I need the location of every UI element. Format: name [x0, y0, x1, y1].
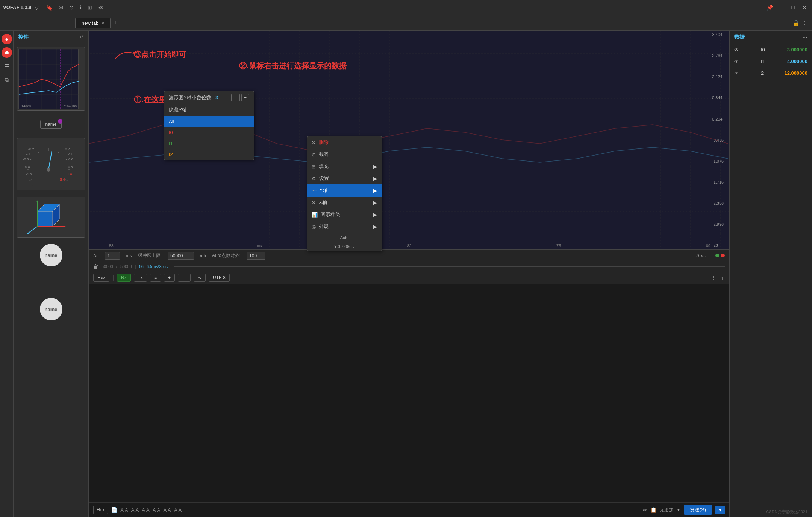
x-val-4: -69 — [704, 243, 710, 248]
svg-text:-0.6: -0.6 — [23, 157, 29, 161]
svg-rect-0 — [19, 49, 79, 109]
copy-icon[interactable]: ⧉ — [2, 74, 12, 85]
hex-toggle[interactable]: Hex — [93, 274, 109, 282]
svg-line-9 — [65, 159, 67, 160]
send-dropdown[interactable]: ▼ — [715, 506, 725, 514]
sidebar-refresh-button[interactable]: ↺ — [80, 35, 84, 40]
sub-i0[interactable]: I0 — [164, 127, 254, 138]
tab-close-icon[interactable]: × — [102, 21, 104, 25]
ctx-fill[interactable]: ⊞ 填充 ▶ — [307, 160, 382, 172]
circle-name-section: name name — [17, 244, 85, 320]
menu-icon[interactable]: ≪ — [98, 5, 104, 11]
y-val-2: 2.764 — [712, 53, 728, 58]
title-bar: VOFA+ 1.3.9 ▽ 🔖 ✉ ⊙ ℹ ⊞ ≪ 📌 ─ □ ✕ — [0, 0, 812, 15]
gauge-svg: -1.0 1.0 -0.8 0.8 -0.6 0.6 -0.4 0.4 -0.2… — [18, 140, 79, 189]
ctx-chart-type[interactable]: 📊 图形种类 ▶ — [307, 209, 382, 221]
bottom-text-input[interactable] — [120, 507, 640, 513]
maximize-button[interactable]: □ — [789, 4, 797, 11]
y-val-8: -1.716 — [712, 180, 728, 184]
term-more-button[interactable]: ⋮ — [709, 274, 717, 282]
record-button[interactable]: ● — [2, 34, 12, 44]
minimize-button[interactable]: ─ — [778, 4, 786, 11]
tx-button[interactable]: Tx — [134, 274, 147, 282]
ctx-xaxis-arrow: ▶ — [373, 200, 377, 206]
ctx-fill-label-wrap: ⊞ 填充 — [312, 163, 329, 170]
ctx-yaxis[interactable]: 〰 Y轴 ▶ — [307, 184, 382, 197]
bottom-file-icon[interactable]: 📄 — [111, 507, 117, 513]
ctx-delete[interactable]: ✕ 删除 — [307, 136, 382, 148]
sub-i1[interactable]: I1 — [164, 138, 254, 149]
align-button[interactable]: ≡ — [150, 274, 161, 282]
bottom-right-btns: ✏ 📋 无追加 ▼ 发送(S) ▼ — [643, 505, 725, 515]
ctx-yaxis-text: Y轴 — [320, 187, 328, 194]
circle-name-1[interactable]: name — [40, 244, 62, 266]
pin-button[interactable]: 📌 — [764, 4, 775, 11]
ctx-xaxis[interactable]: ✕ X轴 ▶ — [307, 197, 382, 209]
ctx-appearance[interactable]: ◎ 外观 ▶ — [307, 221, 382, 233]
ctx-yaxis-arrow: ▶ — [373, 188, 377, 193]
bottom-erase-icon[interactable]: ✏ — [643, 507, 647, 513]
hide-y-item[interactable]: 隐藏Y轴 — [164, 104, 254, 116]
prog-val1: 50000 — [102, 264, 113, 269]
ctx-chart-type-icon: 📊 — [312, 212, 318, 218]
bottom-hex-btn[interactable]: Hex — [93, 506, 108, 514]
eye-i2[interactable]: 👁 — [734, 71, 739, 76]
svg-text:0.4: 0.4 — [68, 152, 73, 156]
right-more-button[interactable]: ··· — [803, 34, 807, 41]
tab-more-icon[interactable]: ⋮ — [802, 20, 807, 26]
encoding-button[interactable]: UTF-8 — [209, 274, 230, 282]
bookmark-icon[interactable]: 🔖 — [46, 5, 53, 11]
decimal-label: 波形图Y轴小数位数: 3 — [169, 94, 218, 101]
sub-all[interactable]: All — [164, 116, 254, 127]
grid-icon[interactable]: ⊞ — [88, 5, 92, 11]
term-send-icon[interactable]: ↑ — [720, 274, 725, 282]
progress-fill — [174, 266, 725, 267]
close-button[interactable]: ✕ — [800, 4, 809, 11]
mail-icon[interactable]: ✉ — [59, 5, 63, 11]
ctx-yaxis-icon: 〰 — [312, 188, 317, 193]
lock-icon[interactable]: 🔒 — [793, 20, 799, 26]
svg-text:-0.2: -0.2 — [28, 147, 34, 151]
tab-add-button[interactable]: + — [111, 18, 120, 28]
minus-button[interactable]: — — [178, 274, 191, 282]
wave-button[interactable]: ∿ — [194, 274, 206, 282]
gauge-widget: -1.0 1.0 -0.8 0.8 -0.6 0.6 -0.4 0.4 -0.2… — [17, 138, 85, 190]
waveform-area[interactable]: 3.404 2.764 2.124 0.844 0.204 -0.436 -1.… — [89, 31, 729, 249]
svg-marker-26 — [37, 212, 52, 227]
ctx-screenshot[interactable]: ⊙ 截图 — [307, 148, 382, 160]
ctx-xaxis-label-wrap: ✕ X轴 — [312, 199, 327, 206]
no-add-label: 无追加 — [660, 507, 673, 513]
eye-i1[interactable]: 👁 — [734, 59, 739, 64]
buffer-input[interactable] — [168, 252, 194, 260]
no-add-dropdown[interactable]: ▼ — [676, 507, 681, 512]
svg-text:0.4: 0.4 — [60, 178, 65, 182]
ctx-settings[interactable]: ⚙ 设置 ▶ — [307, 172, 382, 184]
prog-val4: 6.5ms/X-div — [147, 264, 168, 269]
send-button[interactable]: 发送(S) — [684, 505, 712, 515]
trash-icon[interactable]: 🗑 — [93, 263, 98, 269]
list-icon[interactable]: ☰ — [2, 61, 12, 71]
right-panel: 数据 ··· 👁 I0 3.000000 👁 I1 4.000000 👁 I2 … — [729, 31, 812, 517]
ctx-chart-type-arrow: ▶ — [373, 212, 377, 218]
decimal-plus[interactable]: + — [241, 94, 249, 101]
camera-icon[interactable]: ⊙ — [69, 5, 74, 11]
stop-button[interactable]: ⏺ — [2, 47, 12, 58]
info-icon[interactable]: ℹ — [80, 5, 82, 11]
eye-i0[interactable]: 👁 — [734, 47, 739, 53]
sub-i2[interactable]: I2 — [164, 149, 254, 160]
ctx-appearance-label-wrap: ◎ 外观 — [312, 223, 329, 230]
auto-align-input[interactable] — [247, 252, 265, 260]
plus-button[interactable]: + — [164, 274, 175, 282]
decimal-value: 3 — [215, 95, 218, 100]
bottom-copy-icon[interactable]: 📋 — [650, 507, 657, 513]
decimal-minus[interactable]: ─ — [231, 94, 240, 101]
delta-t-input[interactable] — [105, 252, 120, 260]
tab-new[interactable]: new tab × — [75, 18, 111, 28]
mini-x-label-1: -14328 — [20, 104, 31, 108]
ctx-appearance-icon: ◎ — [312, 224, 316, 230]
ctx-fill-text: 填充 — [319, 163, 329, 170]
circle-name-2[interactable]: name — [40, 298, 62, 320]
ctx-footer-ydiv: Y:0.729/div — [307, 242, 382, 251]
rx-button[interactable]: Rx — [117, 274, 131, 282]
y-val-1: 3.404 — [712, 32, 728, 37]
